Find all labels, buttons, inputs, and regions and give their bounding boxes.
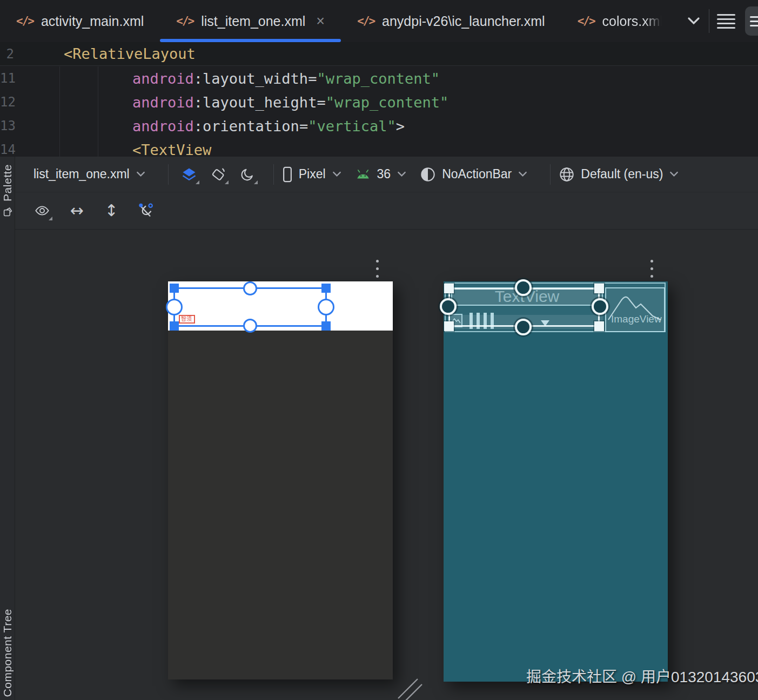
moon-icon bbox=[240, 167, 255, 182]
resize-grip[interactable] bbox=[395, 676, 423, 700]
theme-contrast-icon bbox=[420, 167, 435, 182]
globe-icon bbox=[559, 167, 574, 182]
line-number: 13 bbox=[0, 118, 14, 133]
chevron-down-icon bbox=[397, 171, 406, 177]
selection-handle[interactable] bbox=[594, 284, 604, 293]
view-options-button[interactable] bbox=[30, 199, 54, 223]
blueprint-imageview[interactable]: ImageView bbox=[605, 287, 665, 332]
design-surface-mode-button[interactable] bbox=[177, 163, 201, 186]
device-selector[interactable]: Pixel bbox=[283, 166, 341, 183]
tab-label: activity_main.xml bbox=[41, 14, 144, 29]
tab-bar-controls bbox=[682, 0, 758, 42]
locale-selector-label: Default (en-us) bbox=[581, 167, 663, 181]
main-menu-button[interactable] bbox=[717, 9, 735, 33]
selection-handle[interactable] bbox=[594, 321, 604, 331]
design-surface[interactable]: 智须 TextView ImageVi bbox=[15, 230, 758, 700]
orientation-button[interactable] bbox=[206, 163, 230, 186]
chevron-down-icon bbox=[518, 171, 527, 177]
line-number: 2 bbox=[0, 46, 14, 62]
selection-handle[interactable] bbox=[440, 298, 457, 315]
tab-ic-launcher[interactable]: </> anydpi-v26\ic_launcher.xml bbox=[341, 0, 561, 42]
indent-guide bbox=[98, 66, 98, 157]
code-text: android:layout_width="wrap_content" bbox=[132, 70, 440, 87]
api-level-selector[interactable]: 36 bbox=[355, 167, 407, 181]
palette-tool-tab[interactable]: Palette bbox=[0, 164, 15, 201]
code-line[interactable]: 13 android:orientation="vertical"> bbox=[0, 114, 758, 138]
code-text: android:orientation="vertical"> bbox=[132, 118, 405, 134]
vertical-resize-button[interactable]: ↕ bbox=[99, 199, 123, 223]
blueprint-view-menu[interactable] bbox=[649, 260, 654, 278]
editor-options-button[interactable] bbox=[745, 6, 758, 36]
code-tag: <RelativeLayout bbox=[64, 45, 196, 62]
phone-icon bbox=[283, 166, 292, 183]
component-tree-label: Component Tree bbox=[1, 609, 14, 697]
autoconnect-button[interactable] bbox=[134, 199, 158, 223]
code-editor[interactable]: 2 <RelativeLayout 11 android:layout_widt… bbox=[0, 42, 758, 157]
tab-label: anydpi-v26\ic_launcher.xml bbox=[382, 14, 545, 29]
line-number: 14 bbox=[0, 142, 14, 157]
code-line[interactable]: 12 android:layout_height="wrap_content" bbox=[0, 90, 758, 114]
tab-label: colors.xml bbox=[602, 14, 663, 29]
code-line[interactable]: 11 android:layout_width="wrap_content" bbox=[0, 66, 758, 90]
design-view-menu[interactable] bbox=[375, 260, 379, 278]
layers-icon bbox=[181, 166, 197, 183]
device-selector-label: Pixel bbox=[299, 167, 326, 181]
selection-handle[interactable] bbox=[592, 298, 608, 315]
chevron-down-icon bbox=[687, 17, 700, 25]
selection-handle[interactable] bbox=[170, 321, 179, 331]
eye-icon bbox=[33, 203, 51, 218]
locale-selector[interactable]: Default (en-us) bbox=[559, 167, 679, 182]
horizontal-resize-button[interactable]: ↔ bbox=[65, 199, 89, 223]
hamburger-icon bbox=[717, 14, 735, 16]
chevron-down-icon bbox=[332, 171, 341, 177]
theme-selector[interactable]: NoActionBar bbox=[420, 167, 527, 182]
selection-handle[interactable] bbox=[444, 284, 454, 293]
hamburger-icon bbox=[750, 16, 758, 18]
android-icon bbox=[355, 169, 371, 180]
divider bbox=[273, 164, 274, 185]
horizontal-arrow-icon: ↔ bbox=[70, 203, 83, 219]
xml-file-icon: </> bbox=[578, 15, 595, 28]
editor-tab-bar: </> activity_main.xml </> list_item_one.… bbox=[0, 0, 758, 42]
selection-handle[interactable] bbox=[243, 281, 257, 295]
magnet-off-icon bbox=[137, 202, 155, 219]
file-selector-label: list_item_one.xml bbox=[33, 167, 130, 181]
close-icon[interactable]: × bbox=[316, 14, 325, 29]
selection-rect[interactable] bbox=[448, 288, 600, 327]
view-options-toolbar: ↔ ↕ bbox=[15, 192, 758, 230]
component-tree-tool-tab[interactable]: Component Tree bbox=[0, 609, 15, 697]
selection-handle[interactable] bbox=[444, 321, 454, 331]
tab-activity-main[interactable]: </> activity_main.xml bbox=[0, 0, 160, 42]
selection-handle[interactable] bbox=[515, 279, 532, 296]
selection-rect[interactable] bbox=[173, 287, 327, 327]
code-line[interactable]: 14 <TextView bbox=[0, 138, 758, 157]
more-tabs-button[interactable] bbox=[682, 9, 706, 33]
blueprint-preview[interactable]: TextView ImageView bbox=[444, 281, 668, 682]
selection-handle[interactable] bbox=[321, 284, 331, 293]
palette-icon bbox=[3, 207, 12, 217]
selection-handle[interactable] bbox=[243, 319, 257, 333]
tab-list-item-one[interactable]: </> list_item_one.xml × bbox=[160, 0, 341, 42]
xml-file-icon: </> bbox=[16, 15, 33, 28]
design-toolbar: list_item_one.xml Pixel bbox=[15, 157, 758, 192]
file-selector[interactable]: list_item_one.xml bbox=[33, 167, 145, 181]
tool-window-rail: Palette Component Tree bbox=[0, 157, 15, 700]
theme-selector-label: NoActionBar bbox=[442, 167, 512, 181]
sticky-code-line[interactable]: 2 <RelativeLayout bbox=[0, 42, 758, 66]
xml-file-icon: </> bbox=[357, 15, 374, 28]
design-preview[interactable]: 智须 bbox=[168, 281, 393, 679]
gutter-divider bbox=[59, 66, 60, 157]
kebab-menu-icon bbox=[376, 260, 379, 262]
selection-handle[interactable] bbox=[166, 299, 183, 315]
imageview-label: ImageView bbox=[611, 313, 662, 325]
palette-label: Palette bbox=[1, 164, 14, 201]
watermark-text: 掘金技术社区 @ 用户01320143603 bbox=[526, 665, 758, 686]
selection-handle[interactable] bbox=[318, 299, 334, 315]
selection-handle[interactable] bbox=[321, 321, 331, 331]
selection-handle[interactable] bbox=[170, 284, 179, 293]
tab-colors[interactable]: </> colors.xml bbox=[561, 0, 679, 42]
selection-handle[interactable] bbox=[515, 319, 532, 335]
night-mode-button[interactable] bbox=[236, 163, 259, 186]
api-level-label: 36 bbox=[377, 167, 391, 181]
tab-strip: </> activity_main.xml </> list_item_one.… bbox=[0, 0, 682, 42]
